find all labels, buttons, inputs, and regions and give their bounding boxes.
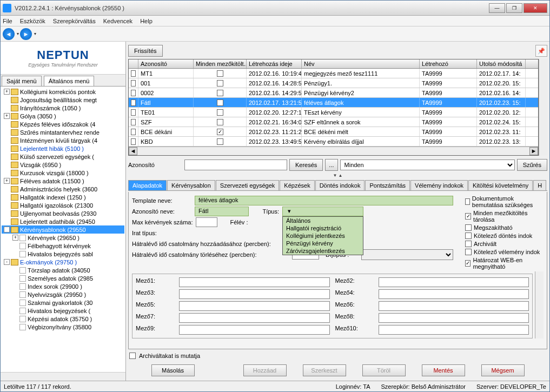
- table-row[interactable]: SZF2012.02.21. 16:34:0SZF eltűnnek a sor…: [129, 117, 538, 127]
- tree-item[interactable]: Külső szervezeti egységek (: [2, 152, 124, 161]
- nav-back-dropdown[interactable]: ▾: [17, 31, 19, 36]
- tree-item[interactable]: Lejelentett adathibák (29450: [2, 217, 124, 225]
- search-scope-select[interactable]: Minden: [340, 160, 515, 170]
- field-input[interactable]: [179, 313, 330, 323]
- copy-button[interactable]: Másolás: [151, 364, 195, 376]
- tree-item[interactable]: Hallgatók indexei (1250 ): [2, 193, 124, 201]
- tree-item[interactable]: Képzési adatok (35750 ): [2, 315, 124, 323]
- add-button[interactable]: Hozzáad: [243, 364, 287, 376]
- field-input[interactable]: [179, 325, 330, 335]
- tree-item[interactable]: Félbehagyott kérvények: [2, 242, 124, 250]
- tree-item[interactable]: Végbizonyítvány (35800: [2, 323, 124, 331]
- tree-item[interactable]: Vizsgák (6950 ): [2, 161, 124, 169]
- chk-opinion[interactable]: [465, 249, 472, 255]
- grid-scroll-left[interactable]: ◄: [129, 147, 137, 155]
- chk-decision[interactable]: [465, 232, 472, 239]
- close-button[interactable]: ✕: [524, 3, 547, 13]
- field-input[interactable]: [179, 277, 330, 287]
- tree-item[interactable]: Index sorok (29900 ): [2, 282, 124, 290]
- table-row[interactable]: TE012012.02.20. 12:27:1TEszt kérvényTA99…: [129, 108, 538, 117]
- tree-item[interactable]: Nyelvvizsgák (29950 ): [2, 290, 124, 298]
- field-input[interactable]: [179, 289, 330, 299]
- search-button[interactable]: Keresés: [289, 159, 323, 171]
- feetype-select[interactable]: [361, 249, 453, 260]
- maximize-button[interactable]: ❐: [506, 3, 522, 13]
- tree-item[interactable]: +Kollégiumi korrekciós pontok: [2, 88, 124, 96]
- field-input[interactable]: [179, 301, 330, 311]
- grid-vscroll[interactable]: [539, 59, 547, 156]
- table-row[interactable]: Fátl2012.02.17. 13:21:5féléves átlagokTA…: [129, 98, 538, 108]
- tree-item[interactable]: Hivatalos bejegyzések (: [2, 307, 124, 315]
- tree-scrollbar[interactable]: [1, 372, 125, 381]
- refresh-button[interactable]: Frissítés: [128, 45, 163, 57]
- menu-file[interactable]: File: [3, 18, 12, 24]
- type-option[interactable]: Kollégiumi jelentkezés: [283, 232, 363, 240]
- field-input[interactable]: [379, 277, 529, 287]
- tree-item[interactable]: Szakmai gyakorlatok (30: [2, 298, 124, 307]
- edit-button[interactable]: Szerkeszt: [303, 364, 346, 376]
- table-row[interactable]: KBD2012.02.23. 13:49:5Kérvény elbírálás …: [129, 137, 538, 147]
- chk-show-archived[interactable]: [129, 353, 136, 359]
- type-option[interactable]: Általános: [283, 217, 363, 224]
- cancel-button[interactable]: Mégsem: [481, 364, 525, 376]
- tree-item[interactable]: -E-okmányok (29750 ): [2, 258, 124, 266]
- tree-item[interactable]: Személyes adatok (2985: [2, 274, 124, 282]
- tree-item[interactable]: Hallgatói igazolások (21300: [2, 201, 124, 209]
- table-row[interactable]: 00022012.02.16. 14:29:5Pénzügyi kérvény2…: [129, 88, 538, 98]
- tree-item[interactable]: Hivatalos bejegyzés sabl: [2, 250, 124, 258]
- type-option[interactable]: Hallgatói regisztráció: [283, 224, 363, 232]
- chk-docs[interactable]: [465, 198, 470, 205]
- menu-tools[interactable]: Eszközök: [20, 18, 45, 24]
- tree-item[interactable]: Irányítószámok (1050 ): [2, 104, 124, 112]
- col-all[interactable]: Minden mezőkitölt...: [194, 59, 247, 68]
- table-row[interactable]: BCE dékáni2012.02.23. 11:21:2BCE dékéni …: [129, 127, 538, 137]
- chk-allstore[interactable]: [465, 213, 471, 220]
- menu-help[interactable]: Help: [140, 18, 153, 24]
- tree-item[interactable]: +Féléves adatok (11500 ): [2, 177, 124, 185]
- pin-icon[interactable]: 📌: [535, 45, 547, 57]
- grid-scroll-right[interactable]: ►: [529, 147, 538, 155]
- detail-tab[interactable]: Képzések: [280, 180, 314, 190]
- navigation-tree[interactable]: +Kollégiumi korrekciós pontokJogosultság…: [1, 87, 125, 372]
- field-input[interactable]: [379, 289, 529, 299]
- field-input[interactable]: [379, 325, 529, 335]
- detail-tab[interactable]: Döntés indokok: [315, 180, 365, 190]
- detail-tab[interactable]: Kérvénysablon: [167, 180, 215, 190]
- table-row[interactable]: 0012012.02.16. 14:28:5Pénzügy1.TA9999201…: [129, 78, 538, 88]
- type-dropdown[interactable]: ▾ ÁltalánosHallgatói regisztrációKollégi…: [282, 207, 363, 216]
- search-input[interactable]: [184, 160, 287, 170]
- chk-archived[interactable]: [465, 241, 472, 247]
- field-input[interactable]: [379, 313, 529, 323]
- nav-forward-button[interactable]: ►: [20, 28, 32, 40]
- tree-item[interactable]: Lejelentett hibák (5100 ): [2, 144, 124, 152]
- tab-general-menu[interactable]: Általános menü: [44, 76, 95, 86]
- delete-button[interactable]: Töröl: [362, 364, 406, 376]
- type-options[interactable]: ÁltalánosHallgatói regisztrációKollégium…: [282, 216, 363, 255]
- minimize-button[interactable]: —: [489, 3, 505, 13]
- type-option[interactable]: Pénzügyi kérvény: [283, 240, 363, 247]
- save-button[interactable]: Mentés: [422, 364, 465, 376]
- tree-item[interactable]: Intézményen kívüli tárgyak (4: [2, 136, 124, 144]
- detail-tab[interactable]: H: [533, 180, 546, 190]
- tree-item[interactable]: +Kérvények (29650 ): [2, 234, 124, 242]
- nav-forward-dropdown[interactable]: ▾: [34, 31, 36, 36]
- detail-tab[interactable]: Vélemény indokok: [410, 180, 468, 190]
- tree-item[interactable]: Képzés féléves időszakok (4: [2, 120, 124, 128]
- tree-item[interactable]: +Gólya (3050 ): [2, 112, 124, 120]
- field-input[interactable]: [379, 301, 529, 311]
- search-browse-button[interactable]: ...: [325, 159, 337, 171]
- detail-tab[interactable]: Kitöltési követelmény: [468, 180, 533, 190]
- chk-interrupt[interactable]: [465, 224, 472, 231]
- menu-roleswitch[interactable]: Szerepkörváltás: [53, 18, 96, 24]
- nav-back-button[interactable]: ◄: [3, 28, 15, 40]
- col-id[interactable]: Azonosító: [138, 59, 194, 68]
- col-creator[interactable]: Létrehozó: [420, 59, 477, 68]
- tab-own-menu[interactable]: Saját menü: [2, 76, 42, 86]
- type-option[interactable]: Záróvizsgajelentkezés: [283, 247, 363, 255]
- tree-item[interactable]: Jogosultság beállítások megt: [2, 96, 124, 104]
- max-input[interactable]: [196, 217, 217, 227]
- menu-favorites[interactable]: Kedvencek: [103, 18, 132, 24]
- tree-item[interactable]: Kurzusok vizsgái (18000 ): [2, 169, 124, 177]
- col-lastmod[interactable]: Utolsó módosítá: [477, 59, 526, 68]
- col-created[interactable]: Létrehozás ideje: [247, 59, 302, 68]
